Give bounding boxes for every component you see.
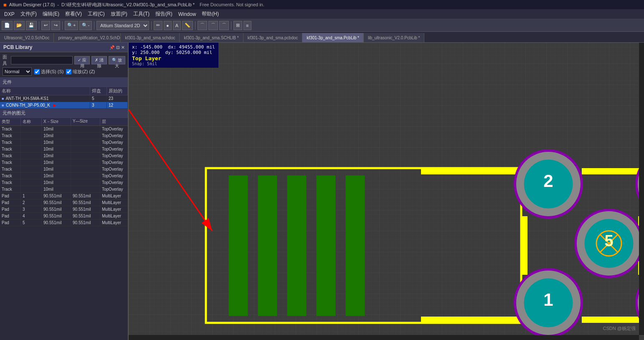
menu-window[interactable]: Window — [176, 10, 199, 18]
grow-xsize-4: 10mil — [42, 153, 71, 159]
toolbar-undo[interactable]: ↩ — [41, 21, 50, 30]
zoom-checkbox-label[interactable]: 缩放(Z) (Z) — [66, 69, 95, 75]
graphics-row-2[interactable]: Track 10mil TopOverlay — [0, 139, 128, 146]
toolbar-arc1[interactable]: ⌒ — [198, 21, 207, 30]
gcol-layer: 层 — [100, 118, 128, 125]
grow-ysize-1 — [71, 133, 100, 139]
toolbar-zoomout[interactable]: 🔍- — [79, 21, 92, 30]
menu-dxp[interactable]: DXP — [2, 10, 17, 18]
menu-edit[interactable]: 编辑(E) — [40, 10, 62, 18]
comp1-primitives: 23 — [107, 95, 128, 102]
menu-reports[interactable]: 报告(R) — [153, 10, 175, 18]
toolbar-layers[interactable]: ≡ — [243, 21, 251, 30]
coord-display: x: -545.000 dx: 49455.000 mil y: 250.000… — [129, 43, 218, 68]
toolbar-grid[interactable]: ⊞ — [233, 21, 242, 30]
component-row-2[interactable]: ■ CONN-TH_3P-P5.00_K ▶ 3 12 — [0, 102, 128, 109]
horizontal-scrollbar[interactable] — [129, 335, 639, 340]
grow-ysize-6 — [71, 166, 100, 172]
clear-btn[interactable]: ✗ 清除 — [91, 56, 107, 64]
select-checkbox[interactable] — [34, 69, 40, 74]
graphics-row-10[interactable]: Pad 1 90.551mil 90.551mil MultiLayer — [0, 193, 128, 199]
tab-kf301-pcbdoc[interactable]: kf301-3p_and_sma.pcbdoc — [243, 33, 303, 42]
grow-ysize-7 — [71, 173, 100, 179]
panel-pin-icon[interactable]: 📌 — [109, 45, 114, 50]
components-table-header: 名称 焊盘 原始的 — [0, 87, 128, 95]
graphics-table-body: Track 10mil TopOverlay Track 10mil TopOv… — [0, 126, 128, 340]
toolbar-open[interactable]: 📂 — [14, 21, 25, 30]
zoom-btn[interactable]: 🔍 放大 — [109, 56, 125, 64]
grow-layer-2: TopOverlay — [100, 139, 128, 146]
toolbar-new[interactable]: 📄 — [2, 21, 13, 30]
tab-kf301-pcbdoc-label: kf301-3p_and_sma.pcbdoc — [248, 36, 298, 40]
grow-layer-12: MultiLayer — [100, 206, 128, 212]
menu-place[interactable]: 放置(P) — [108, 10, 130, 18]
toolbar-redo[interactable]: ↪ — [51, 21, 60, 30]
graphics-row-1[interactable]: Track 10mil TopOverlay — [0, 133, 128, 139]
toolbar-circle[interactable]: ● — [164, 21, 172, 30]
graphics-row-13[interactable]: Pad 4 90.551mil 90.551mil MultiLayer — [0, 213, 128, 220]
panel-float-icon[interactable]: ⊡ — [116, 45, 119, 50]
pcb-canvas[interactable]: 2 3 5 1 4 — [129, 43, 644, 340]
toolbar-zoomin[interactable]: 🔍+ — [65, 21, 78, 30]
tab-schematic[interactable]: Ultrasonic_V2.0.SchDoc — [0, 33, 54, 42]
graphics-row-12[interactable]: Pad 3 90.551mil 90.551mil MultiLayer — [0, 206, 128, 213]
graphics-row-7[interactable]: Track 10mil TopOverlay — [0, 173, 128, 179]
zoom-checkbox[interactable] — [66, 69, 71, 74]
toolbar-sep2 — [62, 21, 63, 30]
grow-type-14: Pad — [0, 220, 21, 226]
graphics-row-14[interactable]: Pad 5 90.551mil 90.551mil MultiLayer — [0, 220, 128, 226]
toolbar-text[interactable]: A — [173, 21, 181, 30]
grow-layer-7: TopOverlay — [100, 173, 128, 179]
toolbar-measure[interactable]: 📏 — [182, 21, 193, 30]
watermark: CSDN @杨定强 — [603, 325, 636, 332]
graphics-row-11[interactable]: Pad 2 90.551mil 90.551mil MultiLayer — [0, 199, 128, 206]
select-label: 选择(S) (S) — [41, 69, 63, 75]
menu-project[interactable]: 工程(C) — [85, 10, 107, 18]
grow-type-10: Pad — [0, 193, 21, 199]
menu-help[interactable]: 帮助(H) — [199, 10, 221, 18]
grow-type-7: Track — [0, 173, 21, 179]
graphics-row-6[interactable]: Track 10mil TopOverlay — [0, 166, 128, 173]
canvas-area[interactable]: x: -545.000 dx: 49455.000 mil y: 250.000… — [129, 43, 644, 340]
vertical-scrollbar[interactable] — [639, 43, 644, 335]
left-panel: PCB Library 📌 ⊡ ✕ 面具 ✓ 应用 ✗ 清除 🔍 放大 Norm… — [0, 43, 129, 340]
normal-row: Normal 选择(S) (S) 缩放(Z) (Z) — [3, 67, 125, 76]
graphics-row-0[interactable]: Track 10mil TopOverlay — [0, 126, 128, 133]
component-row-1[interactable]: ■ ANT-TH_KH-SMA-KS1 5 23 — [0, 95, 128, 102]
gcol-ysize: Y—Size — [71, 118, 100, 125]
grow-type-5: Track — [0, 159, 21, 166]
select-checkbox-label[interactable]: 选择(S) (S) — [34, 69, 63, 75]
graphics-row-5[interactable]: Track 10mil TopOverlay — [0, 159, 128, 166]
toolbar-draw[interactable]: ✏ — [154, 21, 162, 30]
menu-view[interactable]: 察看(V) — [63, 10, 84, 18]
mask-input[interactable] — [11, 56, 73, 64]
graphics-row-3[interactable]: Track 10mil TopOverlay — [0, 146, 128, 153]
grow-name-11: 2 — [21, 199, 42, 206]
normal-select[interactable]: Normal — [3, 67, 32, 76]
tab-kf301-schdoc[interactable]: kf301-3p_and_sma.schdoc — [121, 33, 180, 42]
apply-btn[interactable]: ✓ 应用 — [74, 56, 90, 64]
tab-lib-ultrasonic[interactable]: lib_ultrasonic_V2.0.PcbLib * — [364, 33, 425, 42]
graphics-row-9[interactable]: Track 10mil TopOverlay — [0, 186, 128, 193]
graphics-row-8[interactable]: Track 10mil TopOverlay — [0, 179, 128, 186]
grow-name-0 — [21, 126, 42, 132]
tab-kf301-pcblib[interactable]: kf301-3p_and_sma.PcbLib * — [302, 33, 364, 42]
title-text: Altium Designer (17.0) — [9, 2, 55, 7]
toolbar-save[interactable]: 💾 — [26, 21, 37, 30]
grow-name-5 — [21, 159, 42, 166]
toolbar-arc2[interactable]: ⌒ — [208, 21, 218, 30]
coord-x: x: -545.000 — [132, 44, 162, 50]
graphics-row-4[interactable]: Track 10mil TopOverlay — [0, 153, 128, 159]
menu-file[interactable]: 文件(F) — [18, 10, 39, 18]
view-dropdown[interactable]: Altium Standard 2D — [96, 21, 149, 30]
tab-kf301-schlib-label: kf301-3p_and_sma.SCHLIB * — [184, 36, 238, 40]
toolbar-arc3[interactable]: ⌒ — [219, 21, 229, 30]
snap-label: Snap: 5mil — [132, 61, 215, 66]
toolbar-sep5 — [195, 21, 195, 30]
grow-name-4 — [21, 153, 42, 159]
tab-primary-amp[interactable]: primary_amplification_V2.0.SchDoc * — [54, 33, 121, 42]
tab-kf301-schlib[interactable]: kf301-3p_and_sma.SCHLIB * — [180, 33, 243, 42]
panel-close-icon[interactable]: ✕ — [121, 45, 124, 50]
svg-rect-9 — [421, 168, 521, 174]
menu-tools[interactable]: 工具(T) — [131, 10, 152, 18]
